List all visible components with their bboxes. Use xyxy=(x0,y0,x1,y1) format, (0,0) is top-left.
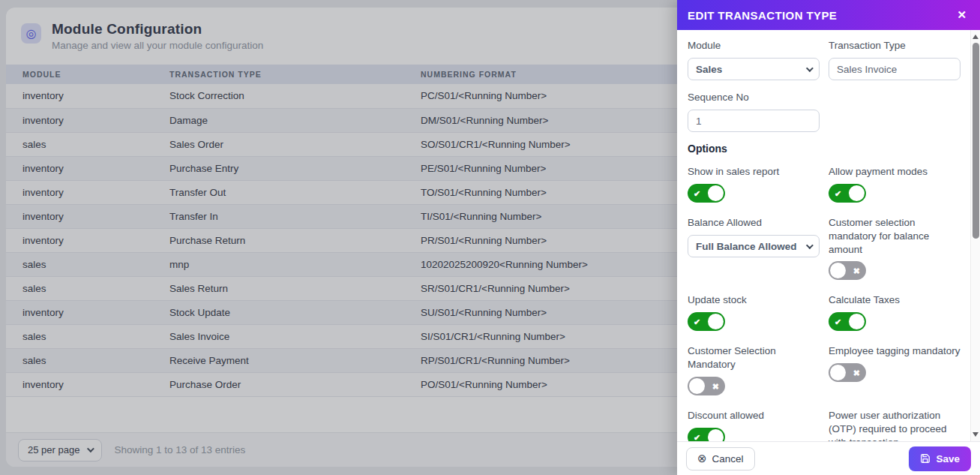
options-heading: Options xyxy=(688,143,966,155)
app-window: ◎ Module Configuration Manage and view a… xyxy=(0,0,980,475)
panel-title: EDIT TRANSACTION TYPE xyxy=(688,9,837,22)
cross-icon: ✖ xyxy=(853,266,860,275)
sequence-no-input[interactable] xyxy=(688,110,820,132)
toggle-knob xyxy=(689,378,705,394)
panel-header: EDIT TRANSACTION TYPE ✕ xyxy=(677,0,980,30)
cancel-button[interactable]: ⊗ Cancel xyxy=(686,447,755,470)
toggle-allow-payment-modes[interactable]: ✔ ✖ xyxy=(829,184,866,203)
edit-transaction-type-panel: EDIT TRANSACTION TYPE ✕ Module Sales Tra… xyxy=(677,0,980,475)
sequence-no-field-label: Sequence No xyxy=(688,91,820,104)
toggle-label-customer-selection-mandatory: Customer Selection Mandatory xyxy=(688,344,820,371)
panel-body: Module Sales Transaction Type Sequence N… xyxy=(677,30,970,441)
toggle-calculate-taxes[interactable]: ✔ ✖ xyxy=(829,312,866,331)
chevron-down-icon xyxy=(806,242,814,249)
balance-allowed-field-label: Balance Allowed xyxy=(688,216,820,230)
cross-icon: ✖ xyxy=(712,381,719,391)
check-icon: ✔ xyxy=(835,317,841,326)
cancel-button-label: Cancel xyxy=(712,453,744,464)
toggle-label-update-stock: Update stock xyxy=(688,293,820,307)
toggle-knob xyxy=(708,429,724,441)
circle-x-icon: ⊗ xyxy=(697,452,707,465)
panel-scrollbar[interactable] xyxy=(970,30,980,441)
toggle-customer-selection-balance[interactable]: ✔ ✖ xyxy=(829,261,866,280)
toggle-employee-tagging[interactable]: ✔ ✖ xyxy=(829,363,866,382)
toggle-label-power-user-otp: Power user authorization (OTP) required … xyxy=(829,409,961,441)
toggle-knob xyxy=(830,263,846,278)
toggle-label-employee-tagging: Employee tagging mandatory xyxy=(829,344,961,358)
balance-allowed-select-value: Full Balance Allowed xyxy=(696,241,797,252)
scrollbar-thumb[interactable] xyxy=(973,43,979,239)
save-button-label: Save xyxy=(936,453,960,464)
transaction-type-input[interactable] xyxy=(829,58,961,80)
toggle-customer-selection-mandatory[interactable]: ✔ ✖ xyxy=(688,377,725,395)
toggle-discount-allowed[interactable]: ✔ ✖ xyxy=(688,428,725,441)
check-icon: ✔ xyxy=(694,188,700,198)
save-button[interactable]: Save xyxy=(909,446,971,471)
toggle-knob xyxy=(708,314,724,329)
toggle-knob xyxy=(708,185,724,201)
toggle-knob xyxy=(849,314,865,329)
toggle-show-in-sales-report[interactable]: ✔ ✖ xyxy=(688,184,725,203)
toggle-knob xyxy=(830,365,846,380)
toggle-update-stock[interactable]: ✔ ✖ xyxy=(688,312,725,331)
toggle-label-customer-selection-balance: Customer selection mandatory for balance… xyxy=(829,216,961,256)
module-select-value: Sales xyxy=(696,64,722,75)
toggle-label-calculate-taxes: Calculate Taxes xyxy=(829,293,961,307)
panel-footer: ⊗ Cancel Save xyxy=(677,441,980,475)
close-icon[interactable]: ✕ xyxy=(954,7,970,23)
check-icon: ✔ xyxy=(694,317,700,326)
check-icon: ✔ xyxy=(835,188,841,198)
chevron-down-icon xyxy=(806,65,814,72)
toggle-knob xyxy=(849,185,865,201)
balance-allowed-select[interactable]: Full Balance Allowed xyxy=(688,235,820,257)
module-field-label: Module xyxy=(688,39,820,53)
toggle-label-show-in-sales-report: Show in sales report xyxy=(688,165,820,179)
save-floppy-icon xyxy=(920,453,931,464)
scroll-up-icon[interactable] xyxy=(973,35,979,39)
module-select[interactable]: Sales xyxy=(688,58,820,80)
scroll-down-icon[interactable] xyxy=(973,432,979,437)
toggle-label-discount-allowed: Discount allowed xyxy=(688,409,820,422)
cross-icon: ✖ xyxy=(853,368,860,377)
toggle-label-allow-payment-modes: Allow payment modes xyxy=(829,165,961,179)
check-icon: ✔ xyxy=(694,432,700,441)
transaction-type-field-label: Transaction Type xyxy=(829,39,961,53)
